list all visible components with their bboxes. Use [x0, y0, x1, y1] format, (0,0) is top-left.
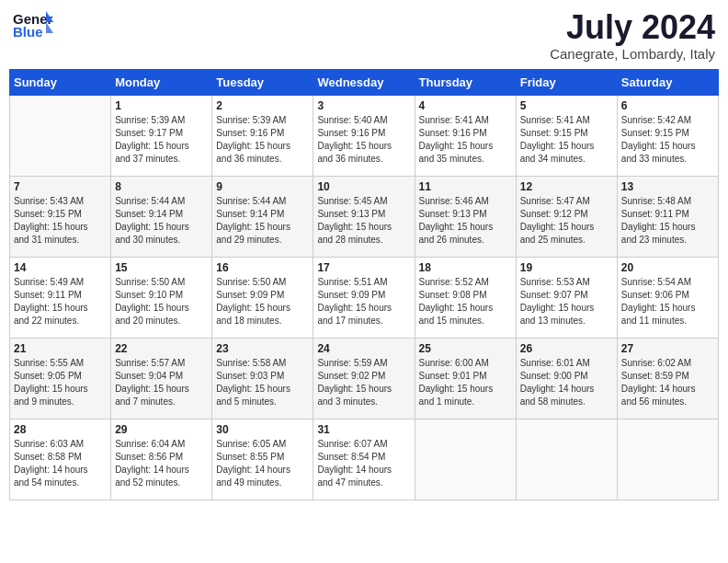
weekday-header-tuesday: Tuesday	[212, 69, 313, 95]
week-row-3: 14Sunrise: 5:49 AM Sunset: 9:11 PM Dayli…	[10, 257, 719, 338]
week-row-4: 21Sunrise: 5:55 AM Sunset: 9:05 PM Dayli…	[10, 338, 719, 419]
day-number: 5	[520, 99, 613, 112]
day-number: 2	[216, 99, 309, 112]
calendar-cell: 27Sunrise: 6:02 AM Sunset: 8:59 PM Dayli…	[617, 338, 718, 419]
calendar-cell: 17Sunrise: 5:51 AM Sunset: 9:09 PM Dayli…	[313, 257, 415, 338]
day-number: 4	[419, 99, 512, 112]
cell-content: Sunrise: 5:50 AM Sunset: 9:09 PM Dayligh…	[216, 276, 309, 327]
cell-content: Sunrise: 5:57 AM Sunset: 9:04 PM Dayligh…	[115, 357, 208, 408]
cell-content: Sunrise: 5:53 AM Sunset: 9:07 PM Dayligh…	[520, 276, 613, 327]
cell-content: Sunrise: 6:07 AM Sunset: 8:54 PM Dayligh…	[317, 438, 410, 489]
calendar-cell: 9Sunrise: 5:44 AM Sunset: 9:14 PM Daylig…	[212, 176, 313, 257]
calendar-table: SundayMondayTuesdayWednesdayThursdayFrid…	[9, 69, 719, 500]
calendar-cell: 26Sunrise: 6:01 AM Sunset: 9:00 PM Dayli…	[516, 338, 617, 419]
logo: General Blue	[13, 9, 53, 42]
calendar-cell: 31Sunrise: 6:07 AM Sunset: 8:54 PM Dayli…	[313, 419, 415, 500]
weekday-header-sunday: Sunday	[10, 69, 111, 95]
cell-content: Sunrise: 5:51 AM Sunset: 9:09 PM Dayligh…	[317, 276, 410, 327]
calendar-cell: 4Sunrise: 5:41 AM Sunset: 9:16 PM Daylig…	[415, 95, 516, 176]
calendar-cell	[415, 419, 516, 500]
cell-content: Sunrise: 6:00 AM Sunset: 9:01 PM Dayligh…	[419, 357, 512, 408]
calendar-cell: 13Sunrise: 5:48 AM Sunset: 9:11 PM Dayli…	[617, 176, 718, 257]
calendar-cell: 7Sunrise: 5:43 AM Sunset: 9:15 PM Daylig…	[10, 176, 111, 257]
cell-content: Sunrise: 5:46 AM Sunset: 9:13 PM Dayligh…	[419, 195, 512, 247]
cell-content: Sunrise: 5:52 AM Sunset: 9:08 PM Dayligh…	[419, 276, 512, 327]
day-number: 12	[520, 180, 613, 193]
weekday-header-saturday: Saturday	[617, 69, 718, 95]
weekday-header-friday: Friday	[516, 69, 617, 95]
calendar-cell: 22Sunrise: 5:57 AM Sunset: 9:04 PM Dayli…	[111, 338, 212, 419]
logo-icon: General Blue	[13, 9, 53, 42]
cell-content: Sunrise: 5:50 AM Sunset: 9:10 PM Dayligh…	[115, 276, 208, 327]
calendar-cell	[10, 95, 111, 176]
cell-content: Sunrise: 5:54 AM Sunset: 9:06 PM Dayligh…	[621, 276, 714, 327]
day-number: 23	[216, 342, 309, 355]
cell-content: Sunrise: 6:04 AM Sunset: 8:56 PM Dayligh…	[115, 438, 208, 489]
calendar-cell: 1Sunrise: 5:39 AM Sunset: 9:17 PM Daylig…	[111, 95, 212, 176]
calendar-cell: 8Sunrise: 5:44 AM Sunset: 9:14 PM Daylig…	[111, 176, 212, 257]
day-number: 21	[14, 342, 107, 355]
day-number: 18	[419, 261, 512, 274]
weekday-header-thursday: Thursday	[415, 69, 516, 95]
calendar-cell: 30Sunrise: 6:05 AM Sunset: 8:55 PM Dayli…	[212, 419, 313, 500]
cell-content: Sunrise: 5:39 AM Sunset: 9:17 PM Dayligh…	[115, 114, 208, 166]
calendar-cell: 19Sunrise: 5:53 AM Sunset: 9:07 PM Dayli…	[516, 257, 617, 338]
cell-content: Sunrise: 6:01 AM Sunset: 9:00 PM Dayligh…	[520, 357, 613, 408]
calendar-cell: 18Sunrise: 5:52 AM Sunset: 9:08 PM Dayli…	[415, 257, 516, 338]
cell-content: Sunrise: 5:58 AM Sunset: 9:03 PM Dayligh…	[216, 357, 309, 408]
cell-content: Sunrise: 6:05 AM Sunset: 8:55 PM Dayligh…	[216, 438, 309, 489]
cell-content: Sunrise: 5:59 AM Sunset: 9:02 PM Dayligh…	[317, 357, 410, 408]
page-header: General Blue July 2024 Canegrate, Lombar…	[9, 9, 719, 62]
day-number: 11	[419, 180, 512, 193]
day-number: 1	[115, 99, 208, 112]
calendar-cell: 24Sunrise: 5:59 AM Sunset: 9:02 PM Dayli…	[313, 338, 415, 419]
cell-content: Sunrise: 5:47 AM Sunset: 9:12 PM Dayligh…	[520, 195, 613, 247]
cell-content: Sunrise: 5:40 AM Sunset: 9:16 PM Dayligh…	[317, 114, 410, 166]
cell-content: Sunrise: 5:55 AM Sunset: 9:05 PM Dayligh…	[14, 357, 107, 408]
location: Canegrate, Lombardy, Italy	[550, 46, 715, 62]
day-number: 31	[317, 423, 410, 436]
calendar-cell: 20Sunrise: 5:54 AM Sunset: 9:06 PM Dayli…	[617, 257, 718, 338]
day-number: 28	[14, 423, 107, 436]
title-block: July 2024 Canegrate, Lombardy, Italy	[550, 9, 715, 62]
day-number: 27	[621, 342, 714, 355]
day-number: 13	[621, 180, 714, 193]
weekday-header-monday: Monday	[111, 69, 212, 95]
day-number: 24	[317, 342, 410, 355]
calendar-cell: 10Sunrise: 5:45 AM Sunset: 9:13 PM Dayli…	[313, 176, 415, 257]
weekday-header-wednesday: Wednesday	[313, 69, 415, 95]
calendar-cell: 14Sunrise: 5:49 AM Sunset: 9:11 PM Dayli…	[10, 257, 111, 338]
month-year: July 2024	[550, 9, 715, 46]
cell-content: Sunrise: 5:45 AM Sunset: 9:13 PM Dayligh…	[317, 195, 410, 247]
cell-content: Sunrise: 5:41 AM Sunset: 9:16 PM Dayligh…	[419, 114, 512, 166]
calendar-cell: 25Sunrise: 6:00 AM Sunset: 9:01 PM Dayli…	[415, 338, 516, 419]
calendar-cell: 5Sunrise: 5:41 AM Sunset: 9:15 PM Daylig…	[516, 95, 617, 176]
week-row-1: 1Sunrise: 5:39 AM Sunset: 9:17 PM Daylig…	[10, 95, 719, 176]
calendar-cell	[516, 419, 617, 500]
day-number: 29	[115, 423, 208, 436]
cell-content: Sunrise: 5:39 AM Sunset: 9:16 PM Dayligh…	[216, 114, 309, 166]
week-row-2: 7Sunrise: 5:43 AM Sunset: 9:15 PM Daylig…	[10, 176, 719, 257]
day-number: 22	[115, 342, 208, 355]
day-number: 9	[216, 180, 309, 193]
cell-content: Sunrise: 5:44 AM Sunset: 9:14 PM Dayligh…	[216, 195, 309, 247]
day-number: 19	[520, 261, 613, 274]
calendar-cell: 11Sunrise: 5:46 AM Sunset: 9:13 PM Dayli…	[415, 176, 516, 257]
day-number: 26	[520, 342, 613, 355]
cell-content: Sunrise: 5:44 AM Sunset: 9:14 PM Dayligh…	[115, 195, 208, 247]
week-row-5: 28Sunrise: 6:03 AM Sunset: 8:58 PM Dayli…	[10, 419, 719, 500]
day-number: 30	[216, 423, 309, 436]
day-number: 6	[621, 99, 714, 112]
cell-content: Sunrise: 6:02 AM Sunset: 8:59 PM Dayligh…	[621, 357, 714, 408]
day-number: 3	[317, 99, 410, 112]
day-number: 20	[621, 261, 714, 274]
day-number: 14	[14, 261, 107, 274]
day-number: 7	[14, 180, 107, 193]
day-number: 10	[317, 180, 410, 193]
calendar-cell: 29Sunrise: 6:04 AM Sunset: 8:56 PM Dayli…	[111, 419, 212, 500]
day-number: 8	[115, 180, 208, 193]
calendar-cell: 15Sunrise: 5:50 AM Sunset: 9:10 PM Dayli…	[111, 257, 212, 338]
calendar-cell: 28Sunrise: 6:03 AM Sunset: 8:58 PM Dayli…	[10, 419, 111, 500]
calendar-cell: 21Sunrise: 5:55 AM Sunset: 9:05 PM Dayli…	[10, 338, 111, 419]
cell-content: Sunrise: 5:43 AM Sunset: 9:15 PM Dayligh…	[14, 195, 107, 247]
